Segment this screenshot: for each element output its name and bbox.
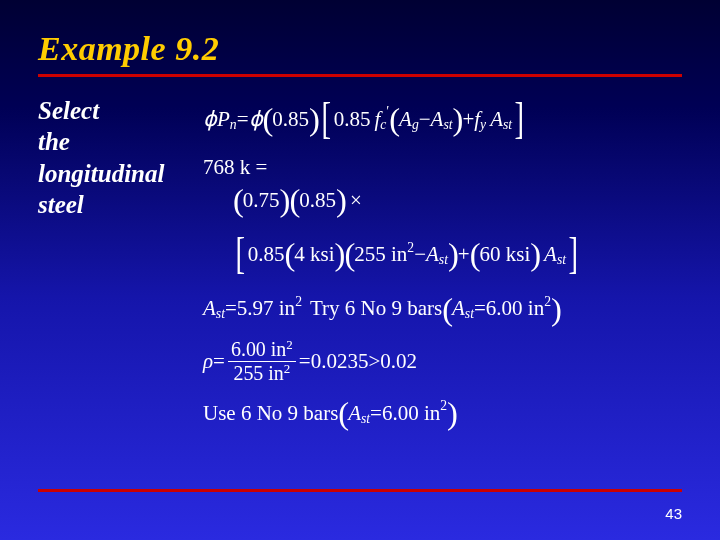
title-underline — [38, 74, 682, 77]
lbracket-2: [ — [236, 230, 246, 279]
frac-den: 255 in2 — [230, 363, 293, 384]
rbracket-1: ] — [515, 95, 525, 144]
rparen-9: ) — [447, 396, 457, 432]
try-text: Try 6 No 9 bars — [310, 297, 442, 320]
fraction-rho: 6.00 in2 255 in2 — [228, 339, 296, 384]
val-4ksi: 4 ksi — [294, 243, 334, 266]
lparen-8: ( — [442, 292, 452, 328]
sup-2-c: 2 — [544, 294, 551, 309]
val-60ksi: 60 ksi — [479, 243, 530, 266]
val-597: 5.97 in — [237, 297, 295, 320]
side-line-4: steel — [38, 189, 203, 220]
sup-2-a: 2 — [407, 240, 414, 255]
den-255in: 255 in — [233, 362, 283, 384]
eq-sign-5b: = — [299, 350, 311, 373]
lparen-9: ( — [338, 396, 348, 432]
ast-a: A — [431, 108, 444, 131]
val-600: 6.00 in — [486, 297, 544, 320]
den-sup: 2 — [284, 361, 290, 376]
sup-2-d: 2 — [440, 398, 447, 413]
num-sup: 2 — [286, 337, 292, 352]
ag-g: g — [412, 117, 419, 132]
lparen-5: ( — [284, 237, 294, 273]
sup-2-b: 2 — [295, 294, 302, 309]
equation-row-1: P n = ( 0.85 ) [ 0.85 f c ′ ( A g − A st… — [203, 95, 682, 144]
lparen-3: ( — [233, 183, 243, 219]
ast2-st: st — [503, 117, 512, 132]
ast2-a: A — [490, 108, 503, 131]
rparen-7: ) — [530, 237, 540, 273]
pn-n: n — [230, 117, 237, 132]
slide: Example 9.2 Select the longitudinal stee… — [0, 0, 720, 540]
fy-y: y — [480, 117, 486, 132]
rparen-6: ) — [448, 237, 458, 273]
side-line-1: Select — [38, 95, 203, 126]
ast4-a: A — [544, 243, 557, 266]
val-255in: 255 in — [354, 243, 407, 266]
num-600in: 6.00 in — [231, 338, 286, 360]
rho-symbol — [203, 350, 213, 373]
ast4-st: st — [557, 252, 566, 267]
rparen-5: ) — [335, 237, 345, 273]
factor-085-r3: 0.85 — [248, 243, 285, 266]
equations-block: P n = ( 0.85 ) [ 0.85 f c ′ ( A g − A st… — [203, 95, 682, 443]
lparen-7: ( — [470, 237, 480, 273]
ast-st: st — [443, 117, 452, 132]
lparen-4: ( — [289, 183, 299, 219]
page-number: 43 — [665, 505, 682, 522]
eq-sign-4: = — [225, 297, 237, 320]
ast7-a: A — [348, 402, 361, 425]
equation-row-2a: 768 k = — [203, 156, 682, 179]
phi-symbol-2 — [249, 108, 263, 131]
factor-085-inner: 0.85 — [334, 108, 371, 131]
ag-a: A — [399, 108, 412, 131]
equation-row-3: [ 0.85 ( 4 ksi ) ( 255 in 2 − A st ) + (… — [233, 230, 682, 279]
lparen-6: ( — [344, 237, 354, 273]
bottom-rule — [38, 489, 682, 492]
fac-075: 0.75 — [243, 189, 280, 212]
lparen-2: ( — [389, 102, 399, 138]
equation-row-6: Use 6 No 9 bars ( A st = 6.00 in 2 ) — [203, 396, 682, 432]
val-600b: 6.00 in — [382, 402, 440, 425]
eq-sign-5a: = — [213, 350, 225, 373]
use-text: Use 6 No 9 bars — [203, 402, 338, 425]
equation-row-5: = 6.00 in2 255 in2 = 0.0235 > 0.02 — [203, 339, 682, 384]
content-area: Select the longitudinal steel P n = ( 0.… — [38, 95, 682, 443]
eq-sign-4b: = — [474, 297, 486, 320]
minus-1: − — [419, 108, 431, 131]
phi-symbol — [203, 108, 217, 131]
side-label: Select the longitudinal steel — [38, 95, 203, 220]
pn-p: P — [217, 108, 230, 131]
slide-title: Example 9.2 — [38, 30, 682, 68]
rparen-3: ) — [280, 183, 290, 219]
equation-row-4: A st = 5.97 in 2 Try 6 No 9 bars ( A st … — [203, 291, 682, 327]
plus-2: + — [458, 243, 470, 266]
frac-num: 6.00 in2 — [228, 339, 296, 360]
lparen-1: ( — [263, 102, 273, 138]
ast6-a: A — [452, 297, 465, 320]
eq-sign-1: = — [237, 108, 249, 131]
ast5-a: A — [203, 297, 216, 320]
ast5-st: st — [216, 306, 225, 321]
limit-002: 0.02 — [380, 350, 417, 373]
ast6-st: st — [465, 306, 474, 321]
plus-1: + — [462, 108, 474, 131]
lbracket-1: [ — [322, 95, 332, 144]
lhs-768k: 768 k = — [203, 156, 267, 179]
rparen-4: ) — [336, 183, 346, 219]
eq-sign-6: = — [370, 402, 382, 425]
rparen-1: ) — [309, 102, 319, 138]
ast3-a: A — [426, 243, 439, 266]
rbracket-2: ] — [569, 230, 579, 279]
fac-085: 0.85 — [299, 189, 336, 212]
factor-085-outer: 0.85 — [272, 108, 309, 131]
times-symbol — [350, 189, 362, 212]
side-line-2: the — [38, 126, 203, 157]
ast7-st: st — [361, 411, 370, 426]
rparen-2: ) — [453, 102, 463, 138]
gt-sign: > — [368, 350, 380, 373]
side-line-3: longitudinal — [38, 158, 203, 189]
rparen-8: ) — [551, 292, 561, 328]
equation-row-2b: ( 0.75 ) ( 0.85 ) — [233, 183, 682, 219]
calc-0235: 0.0235 — [311, 350, 369, 373]
